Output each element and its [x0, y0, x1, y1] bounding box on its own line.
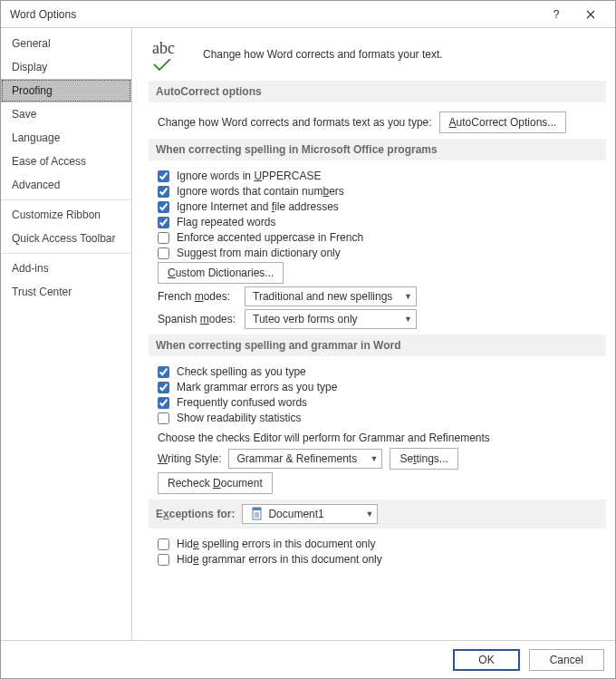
cb-confused-words-label: Frequently confused words [177, 396, 307, 409]
cb-hide-spelling-errors-label: Hide spelling errors in this document on… [177, 538, 375, 550]
cb-french-accented-label: Enforce accented uppercase in French [177, 231, 363, 244]
cb-mark-grammar-label: Mark grammar errors as you type [177, 381, 337, 393]
cb-flag-repeated-label: Flag repeated words [177, 216, 275, 228]
exceptions-for-combo[interactable]: Document1 ▼ [242, 504, 378, 524]
writing-style-settings-button[interactable]: Settings... [390, 448, 457, 470]
content-area: abc Change how Word corrects and formats… [132, 28, 615, 640]
sidebar: General Display Proofing Save Language E… [1, 28, 132, 640]
nav-general[interactable]: General [1, 32, 131, 55]
cb-main-dictionary-label: Suggest from main dictionary only [177, 247, 341, 259]
help-button[interactable]: ? [539, 2, 573, 27]
proofing-icon: abc [152, 41, 190, 68]
cb-mark-grammar[interactable] [158, 382, 169, 393]
custom-dictionaries-button[interactable]: Custom Dictionaries... [158, 262, 284, 284]
nav-display[interactable]: Display [1, 55, 131, 79]
cb-main-dictionary[interactable] [158, 247, 169, 259]
cb-ignore-internet[interactable] [158, 201, 169, 213]
dialog-footer: OK Cancel [1, 640, 615, 678]
cb-check-spelling-label: Check spelling as you type [177, 365, 306, 378]
cb-french-accented[interactable] [158, 232, 169, 244]
chevron-down-icon: ▼ [365, 509, 373, 519]
editor-checks-note: Choose the checks Editor will perform fo… [158, 432, 606, 444]
cb-ignore-uppercase-label: Ignore words in UPPERCASE [177, 170, 321, 182]
spanish-modes-combo[interactable]: Tuteo verb forms only▼ [245, 309, 417, 329]
chevron-down-icon: ▼ [371, 454, 379, 463]
spanish-modes-label: Spanish modes: [158, 313, 237, 325]
writing-style-combo[interactable]: Grammar & Refinements▼ [228, 449, 382, 469]
chevron-down-icon: ▼ [404, 292, 412, 301]
ok-button[interactable]: OK [453, 649, 519, 671]
nav-advanced[interactable]: Advanced [1, 173, 131, 197]
window-title: Word Options [10, 8, 539, 21]
nav-proofing[interactable]: Proofing [1, 79, 131, 102]
cb-ignore-internet-label: Ignore Internet and file addresses [177, 200, 339, 213]
nav-ease-of-access[interactable]: Ease of Access [1, 150, 131, 173]
close-button[interactable] [573, 2, 608, 27]
autocorrect-line-label: Change how Word corrects and formats tex… [158, 116, 432, 129]
title-bar: Word Options ? [1, 1, 615, 28]
svg-rect-1 [253, 508, 261, 510]
close-icon [586, 10, 595, 19]
nav-save[interactable]: Save [1, 102, 131, 126]
cb-hide-spelling-errors[interactable] [158, 538, 169, 550]
writing-style-label: Writing Style: [158, 452, 221, 465]
autocorrect-options-button[interactable]: AutoCorrect Options... [439, 112, 567, 133]
nav-add-ins[interactable]: Add-ins [1, 257, 131, 280]
cb-hide-grammar-errors-label: Hide grammar errors in this document onl… [177, 553, 382, 566]
nav-customize-ribbon[interactable]: Customize Ribbon [1, 203, 131, 227]
cancel-button[interactable]: Cancel [529, 649, 604, 671]
nav-quick-access-toolbar[interactable]: Quick Access Toolbar [1, 227, 131, 250]
nav-trust-center[interactable]: Trust Center [1, 280, 131, 304]
cb-readability-label: Show readability statistics [177, 412, 301, 424]
cb-ignore-numbers-label: Ignore words that contain numbers [177, 185, 344, 198]
cb-ignore-uppercase[interactable] [158, 170, 169, 182]
section-exceptions: Exceptions for: Document1 ▼ [149, 500, 606, 529]
document-icon [250, 507, 265, 521]
cb-confused-words[interactable] [158, 397, 169, 409]
chevron-down-icon: ▼ [404, 315, 412, 324]
nav-language[interactable]: Language [1, 126, 131, 150]
page-description: Change how Word corrects and formats you… [203, 48, 443, 61]
cb-ignore-numbers[interactable] [158, 186, 169, 198]
french-modes-combo[interactable]: Traditional and new spellings▼ [245, 286, 417, 306]
cb-hide-grammar-errors[interactable] [158, 554, 169, 566]
cb-flag-repeated[interactable] [158, 217, 169, 228]
cb-readability[interactable] [158, 412, 169, 424]
french-modes-label: French modes: [158, 290, 237, 303]
section-autocorrect-options: AutoCorrect options [149, 81, 606, 102]
cb-check-spelling[interactable] [158, 366, 169, 378]
recheck-document-button[interactable]: Recheck Document [158, 472, 273, 494]
section-word-spelling: When correcting spelling and grammar in … [149, 335, 606, 356]
section-office-spelling: When correcting spelling in Microsoft Of… [149, 139, 606, 160]
